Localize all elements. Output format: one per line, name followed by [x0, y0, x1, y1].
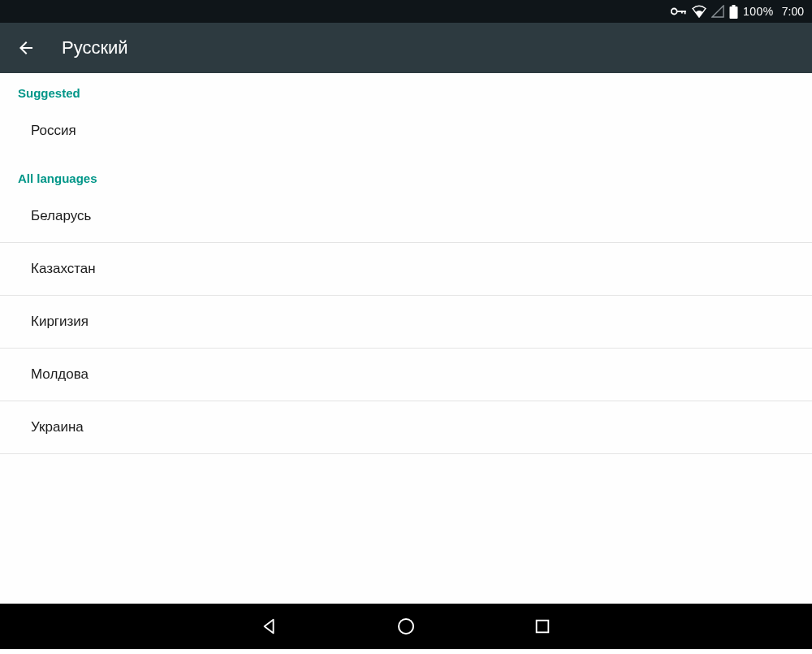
- cell-signal-icon: [711, 5, 724, 18]
- content: Suggested Россия All languages Беларусь …: [0, 73, 812, 604]
- back-button[interactable]: [15, 37, 37, 59]
- navigation-bar: [0, 604, 812, 649]
- language-item-russia[interactable]: Россия: [0, 105, 812, 157]
- battery-icon: [729, 5, 738, 19]
- section-header-all: All languages: [0, 157, 812, 190]
- battery-percentage: 100%: [743, 5, 774, 18]
- wifi-icon: [692, 5, 706, 18]
- language-item-ukraine[interactable]: Украина: [0, 401, 812, 453]
- vpn-key-icon: [671, 6, 687, 16]
- divider: [0, 453, 812, 454]
- screen: 100% 7:00 Русский Suggested Россия All l…: [0, 0, 812, 654]
- page-title: Русский: [62, 37, 128, 58]
- svg-rect-2: [685, 11, 686, 14]
- nav-home-button[interactable]: [395, 615, 417, 638]
- nav-recent-icon: [533, 617, 551, 635]
- status-bar: 100% 7:00: [0, 0, 812, 23]
- language-item-kazakhstan[interactable]: Казахстан: [0, 243, 812, 295]
- nav-home-icon: [396, 617, 416, 636]
- nav-recent-button[interactable]: [531, 615, 554, 638]
- nav-back-icon: [261, 617, 279, 635]
- language-item-moldova[interactable]: Молдова: [0, 349, 812, 401]
- language-item-kyrgyzstan[interactable]: Киргизия: [0, 296, 812, 348]
- nav-back-button[interactable]: [258, 615, 281, 638]
- svg-rect-3: [681, 11, 683, 13]
- section-header-suggested: Suggested: [0, 73, 812, 105]
- svg-rect-5: [729, 6, 737, 19]
- app-bar: Русский: [0, 23, 812, 73]
- language-item-belarus[interactable]: Беларусь: [0, 190, 812, 242]
- clock: 7:00: [782, 5, 804, 18]
- bottom-strip: [0, 649, 812, 654]
- svg-rect-7: [537, 621, 549, 633]
- svg-point-0: [672, 9, 677, 15]
- arrow-back-icon: [16, 38, 36, 58]
- svg-point-6: [399, 619, 413, 634]
- svg-rect-4: [732, 5, 735, 6]
